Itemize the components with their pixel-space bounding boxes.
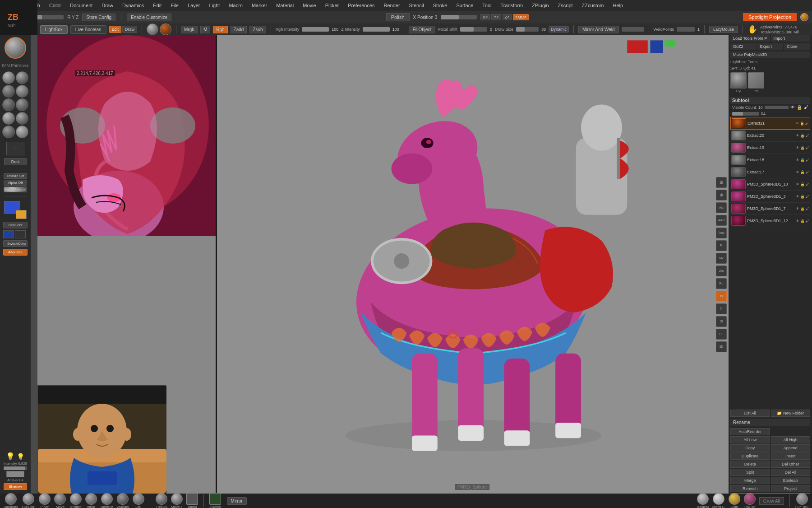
subtool-paint-pm3[interactable]: 🖌 bbox=[806, 195, 809, 199]
subtool-lock-pm10[interactable]: 🔒 bbox=[800, 182, 805, 186]
menu-stroke[interactable]: Stroke bbox=[431, 3, 449, 8]
tool-zmodel[interactable]: ZModel bbox=[117, 493, 129, 508]
edit-mode-button[interactable]: Edit bbox=[109, 26, 122, 33]
spotlight-icon[interactable] bbox=[800, 13, 808, 21]
subtool-item-extract19[interactable]: Extract19 👁 🔒 🖌 bbox=[730, 142, 810, 154]
project-button[interactable]: Project bbox=[771, 485, 811, 492]
tool-zretop[interactable]: ZRetop bbox=[209, 493, 221, 508]
polish-button[interactable]: Polish bbox=[386, 13, 410, 21]
dust-button[interactable]: Dust bbox=[4, 158, 27, 165]
eye-icon[interactable]: 👁 bbox=[790, 105, 795, 110]
store-config-button[interactable]: Store Config bbox=[82, 14, 115, 21]
enable-customize-button[interactable]: Enable Customize bbox=[127, 14, 171, 21]
export-button[interactable]: Export bbox=[757, 43, 784, 50]
alternate-button[interactable]: Alternate bbox=[3, 249, 28, 256]
subtool-active-item[interactable]: Extract21 👁 🔒 🖌 bbox=[730, 117, 810, 130]
frame-icon[interactable]: Fr bbox=[716, 240, 727, 251]
subtool-eye-pm12[interactable]: 👁 bbox=[796, 219, 799, 223]
small-brush-sphere[interactable] bbox=[5, 37, 26, 59]
subtool-eye-pm10[interactable]: 👁 bbox=[796, 182, 799, 186]
tool-inflat[interactable]: Inflat bbox=[85, 493, 97, 508]
menu-picker[interactable]: Picker bbox=[323, 3, 341, 8]
menu-marker[interactable]: Marker bbox=[250, 3, 269, 8]
subtool-item-pm3d-3[interactable]: PM3D_Sphere3D1_3 👁 🔒 🖌 bbox=[730, 191, 810, 203]
auto-reorder-button[interactable]: AutoReorder bbox=[730, 428, 770, 435]
menu-surface[interactable]: Surface bbox=[454, 3, 475, 8]
main-canvas[interactable]: PM3D_Sphere ⊞ ⊕ Act AAH Tmp Fr Mv Zm Ro … bbox=[37, 35, 729, 494]
3d-viewport[interactable]: PM3D_Sphere ⊞ ⊕ Act AAH Tmp Fr Mv Zm Ro … bbox=[216, 35, 729, 494]
brush-sphere-2[interactable] bbox=[16, 71, 28, 84]
tool-move[interactable]: Move bbox=[54, 493, 66, 508]
tool-standard[interactable]: Standard bbox=[4, 493, 18, 508]
alpha-off-button[interactable]: Alpha Off bbox=[4, 180, 27, 186]
subtool-paint-20[interactable]: 🖌 bbox=[806, 134, 809, 138]
cylinder-thumb[interactable] bbox=[730, 72, 747, 89]
subtool-paint-18[interactable]: 🖌 bbox=[806, 158, 809, 162]
menu-document[interactable]: Document bbox=[68, 3, 94, 8]
menu-stencil[interactable]: Stencil bbox=[407, 3, 426, 8]
mirror-button[interactable]: Mirror bbox=[227, 497, 247, 505]
tool-hpolish[interactable]: hPolish bbox=[69, 493, 81, 508]
subtool-eye-20[interactable]: 👁 bbox=[796, 134, 799, 138]
subtool-lock-20[interactable]: 🔒 bbox=[800, 134, 805, 138]
tool-furbru[interactable]: Fur_Bru bbox=[795, 493, 808, 508]
subtool-eye-19[interactable]: 👁 bbox=[796, 146, 799, 150]
menu-color[interactable]: Color bbox=[47, 3, 63, 8]
brush-sphere-1[interactable] bbox=[2, 71, 15, 84]
shadow-button[interactable]: Shadow bbox=[4, 483, 27, 490]
subtool-lock-19[interactable]: 🔒 bbox=[800, 146, 805, 150]
brush-sphere-9[interactable] bbox=[2, 126, 15, 138]
tool-metalc[interactable]: Metal C bbox=[712, 493, 725, 508]
rotate-icon[interactable]: Ro bbox=[716, 278, 727, 289]
move-icon[interactable]: Mv bbox=[716, 253, 727, 264]
grow-all-button[interactable]: Grow All bbox=[759, 497, 784, 505]
tool-damstz[interactable]: DamStz bbox=[101, 493, 113, 508]
mirror-all-button[interactable]: >MC< bbox=[513, 14, 529, 20]
subtool-paint-pm7[interactable]: 🖌 bbox=[806, 207, 809, 211]
menu-preferences[interactable]: Preferences bbox=[346, 3, 376, 8]
tool-basicm[interactable]: BasicM bbox=[697, 493, 709, 508]
subtool-paint-pm10[interactable]: 🖌 bbox=[806, 182, 809, 186]
subtool-item-extract18[interactable]: Extract18 👁 🔒 🖌 bbox=[730, 154, 810, 166]
texture-off-button[interactable]: Texture Off bbox=[4, 173, 27, 179]
menu-help[interactable]: Help bbox=[611, 3, 625, 8]
actual-icon[interactable]: Act bbox=[716, 202, 727, 213]
menu-zplugin[interactable]: ZPlugin bbox=[530, 3, 550, 8]
menu-zzcustom[interactable]: ZZcustom bbox=[580, 3, 606, 8]
live-boolean-button[interactable]: Live Boolean bbox=[70, 25, 106, 34]
brush-sphere-8[interactable] bbox=[16, 112, 28, 125]
tool-toyflar[interactable]: ToyFlar bbox=[744, 493, 756, 508]
tool-gold[interactable]: Gold bbox=[729, 493, 740, 508]
menu-light[interactable]: Light bbox=[208, 3, 222, 8]
boolean-button[interactable]: Boolean bbox=[771, 477, 811, 484]
rgb-button[interactable]: Rgb bbox=[213, 26, 227, 33]
tool-trimdy[interactable]: TrimDy bbox=[156, 493, 167, 508]
menu-transform[interactable]: Transform bbox=[499, 3, 525, 8]
polyframe-icon[interactable]: PF bbox=[716, 329, 727, 340]
subtool-eye-18[interactable]: 👁 bbox=[796, 158, 799, 162]
tool-pinch[interactable]: Pinch bbox=[39, 493, 51, 508]
mirror-z-button[interactable]: Z< bbox=[503, 14, 512, 20]
draw-mode-button[interactable]: Draw bbox=[122, 26, 137, 33]
insert-button[interactable]: Insert bbox=[771, 452, 811, 460]
brush-sphere-10[interactable] bbox=[16, 126, 28, 138]
subtool-lock-18[interactable]: 🔒 bbox=[800, 158, 805, 162]
color-b-swatch[interactable] bbox=[15, 230, 26, 238]
subtool-paint-pm12[interactable]: 🖌 bbox=[806, 219, 809, 223]
brush-sphere-4[interactable] bbox=[16, 85, 28, 98]
bulb-icon-2[interactable]: 💡 bbox=[17, 453, 24, 460]
temp-icon[interactable]: Tmp bbox=[716, 228, 727, 238]
visible-count-slider[interactable] bbox=[765, 106, 789, 109]
del-all-button[interactable]: Del All bbox=[771, 469, 811, 476]
dot-brush[interactable]: ··· bbox=[6, 142, 24, 155]
import-button[interactable]: Import bbox=[771, 35, 811, 42]
subtool-item-pm3d-12[interactable]: PM3D_Sphere3D1_12 👁 🔒 🖌 bbox=[730, 215, 810, 227]
menu-zscript[interactable]: Zscript bbox=[556, 3, 575, 8]
copy-button[interactable]: Copy bbox=[730, 444, 770, 452]
subtool-lock-icon[interactable]: 🔒 bbox=[800, 121, 804, 126]
clone-button[interactable]: Clone bbox=[784, 43, 810, 50]
gradient-button[interactable]: Gradient bbox=[3, 222, 28, 228]
transp-icon[interactable]: Tr bbox=[716, 303, 727, 314]
zsub-button[interactable]: Zsub bbox=[249, 26, 266, 33]
menu-macro[interactable]: Macro bbox=[227, 3, 245, 8]
